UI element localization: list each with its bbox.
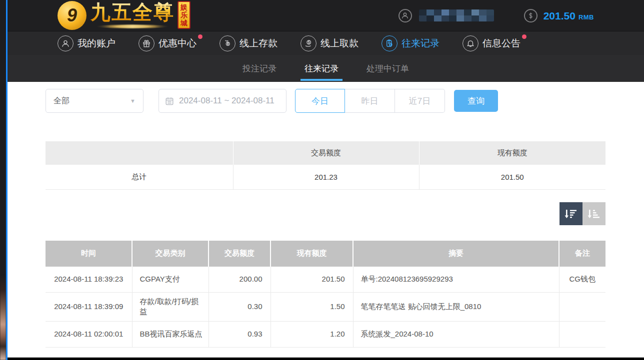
brand-name: 九五全尊 — [90, 1, 174, 23]
cell-balance: 1.20 — [270, 321, 353, 347]
top-header: 9 九五全尊 娱 乐 城 — [8, 0, 644, 31]
nav-item-online-deposit[interactable]: 线上存款 — [220, 35, 278, 51]
table-row: 2024-08-11 18:39:09 存款/取款/打码/损益 0.30 1.5… — [46, 293, 606, 322]
col-header-balance: 现有额度 — [270, 241, 353, 267]
main-navigation: 我的账户 优惠中心 线上存款 — [8, 31, 644, 55]
nav-item-promotions[interactable]: 优惠中心 — [138, 35, 196, 51]
nav-item-transaction-records[interactable]: 往来记录 — [382, 35, 440, 51]
tab-transaction-records[interactable]: 往来记录 — [304, 55, 338, 82]
cell-time: 2024-08-11 02:00:01 — [46, 321, 132, 347]
cell-remark: CG钱包 — [559, 267, 606, 293]
cell-summary: 单号:202408123695929293 — [353, 267, 559, 293]
nav-label: 往来记录 — [402, 37, 440, 50]
summary-balance-total: 201.50 — [419, 165, 606, 189]
date-range-input[interactable]: 2024-08-11 ~ 2024-08-11 — [158, 89, 286, 113]
table-row: 2024-08-11 18:39:23 CGPAY支付 200.00 201.5… — [46, 267, 606, 293]
footer-bar — [8, 358, 644, 360]
cell-amount: 0.93 — [208, 321, 270, 347]
col-header-amount: 交易额度 — [208, 241, 270, 267]
cell-amount: 0.30 — [208, 293, 270, 322]
filter-bar: 全部 ▼ 2024-08-11 ~ 2024-08-11 今日 昨日 近7日 — [46, 89, 606, 113]
nav-item-online-withdraw[interactable]: 线上取款 — [300, 35, 358, 51]
summary-header-empty — [46, 141, 233, 165]
col-header-type: 交易类别 — [132, 241, 208, 267]
brand-logo[interactable]: 9 九五全尊 娱 乐 城 — [58, 1, 190, 30]
nav-item-my-account[interactable]: 我的账户 — [58, 35, 116, 51]
background-strip — [0, 0, 6, 360]
cell-summary: 系统派发_2024-08-10 — [353, 321, 559, 347]
brand-badge: 娱 乐 城 — [178, 1, 190, 29]
cell-remark — [559, 293, 606, 322]
col-header-time: 时间 — [46, 241, 132, 267]
summary-row: 总计 201.23 201.50 — [46, 165, 606, 189]
cell-type: BB视讯百家乐返点 — [132, 321, 208, 347]
table-row: 2024-08-11 02:00:01 BB视讯百家乐返点 0.93 1.20 … — [46, 321, 606, 347]
top-user-area: 201.50 RMB — [398, 0, 594, 31]
blurred-username — [419, 9, 494, 21]
cell-amount: 200.00 — [208, 267, 270, 293]
balance-area[interactable]: 201.50 RMB — [524, 9, 594, 22]
dollar-coin-icon — [524, 9, 538, 22]
sort-ascending-icon — [588, 207, 600, 220]
type-select-value: 全部 — [54, 96, 70, 106]
summary-header-transaction: 交易额度 — [233, 141, 419, 165]
chevron-down-icon: ▼ — [130, 98, 136, 104]
brand-flourish — [95, 24, 170, 29]
nav-label: 优惠中心 — [158, 37, 196, 50]
balance-amount: 201.50 — [544, 10, 576, 22]
cell-type: 存款/取款/打码/损益 — [132, 293, 208, 322]
nav-label: 我的账户 — [78, 37, 116, 50]
records-table: 时间 交易类别 交易额度 现有额度 摘要 备注 2024-08-11 18:39… — [46, 241, 606, 348]
type-select[interactable]: 全部 ▼ — [46, 89, 144, 113]
deposit-icon — [220, 35, 236, 51]
cell-remark — [559, 321, 606, 347]
bell-icon — [462, 35, 478, 51]
last7days-button[interactable]: 近7日 — [395, 89, 445, 113]
tab-betting-records[interactable]: 投注记录 — [242, 55, 276, 82]
gift-icon — [138, 35, 154, 51]
sort-ascending-button[interactable] — [582, 202, 606, 225]
query-button[interactable]: 查询 — [454, 90, 498, 112]
nav-label: 线上存款 — [240, 37, 278, 50]
content-area: 全部 ▼ 2024-08-11 ~ 2024-08-11 今日 昨日 近7日 — [46, 89, 606, 360]
nav-item-announcements[interactable]: 信息公告 — [462, 35, 520, 51]
user-icon — [58, 35, 74, 51]
cell-summary: 笔笔存笔笔送 贴心回馈无上限_0810 — [353, 293, 559, 322]
sort-controls — [46, 202, 606, 225]
today-button[interactable]: 今日 — [295, 89, 345, 113]
col-header-summary: 摘要 — [353, 241, 559, 267]
background-photo-fragment — [0, 275, 6, 360]
cell-type: CGPAY支付 — [132, 267, 208, 293]
notification-dot — [198, 34, 202, 39]
summary-table: 交易额度 现有额度 总计 201.23 201.50 — [46, 141, 606, 190]
quick-date-group: 今日 昨日 近7日 — [295, 89, 445, 113]
badge-char: 乐 — [180, 11, 188, 19]
cell-balance: 201.50 — [270, 267, 353, 293]
cell-time: 2024-08-11 18:39:23 — [46, 267, 132, 293]
nav-label: 线上取款 — [320, 37, 358, 50]
sort-descending-icon — [564, 207, 578, 220]
user-avatar-icon[interactable] — [398, 9, 412, 22]
col-header-remark: 备注 — [559, 241, 606, 267]
badge-char: 城 — [180, 19, 188, 27]
notification-dot — [522, 34, 526, 39]
tab-pending-orders[interactable]: 处理中订单 — [366, 55, 409, 82]
badge-char: 娱 — [180, 3, 188, 11]
cell-time: 2024-08-11 18:39:09 — [46, 293, 132, 322]
record-tabs: 投注记录 往来记录 处理中订单 — [8, 55, 644, 82]
summary-header-balance: 现有额度 — [419, 141, 606, 165]
summary-transaction-total: 201.23 — [233, 165, 419, 189]
site-page: 9 九五全尊 娱 乐 城 — [8, 0, 644, 360]
yesterday-button[interactable]: 昨日 — [345, 89, 395, 113]
records-header-row: 时间 交易类别 交易额度 现有额度 摘要 备注 — [46, 241, 606, 267]
calendar-icon — [165, 96, 174, 105]
nav-label: 信息公告 — [482, 37, 520, 50]
records-icon — [382, 35, 398, 51]
balance-currency: RMB — [578, 13, 594, 21]
summary-total-label: 总计 — [46, 165, 233, 189]
sort-descending-button[interactable] — [560, 202, 582, 225]
withdraw-icon — [300, 35, 316, 51]
screen: 9 九五全尊 娱 乐 城 — [0, 0, 644, 360]
date-range-value: 2024-08-11 ~ 2024-08-11 — [179, 96, 274, 106]
cell-balance: 1.50 — [270, 293, 353, 322]
